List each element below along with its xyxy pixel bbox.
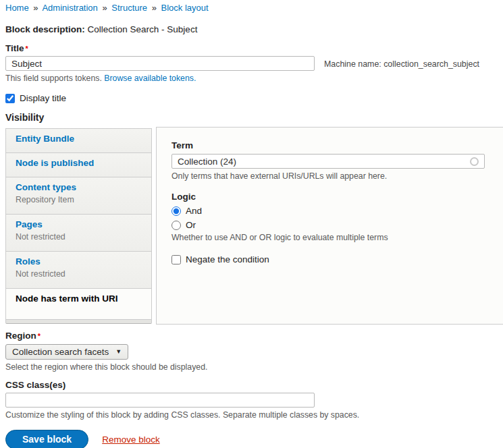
region-select[interactable]: Collection search facets ▼ xyxy=(5,344,128,360)
chevron-down-icon: ▼ xyxy=(115,345,122,359)
block-description: Block description: Collection Search - S… xyxy=(5,24,503,35)
region-field-item: Region* Collection search facets ▼ Selec… xyxy=(5,331,503,372)
logic-or-label[interactable]: Or xyxy=(186,220,196,230)
css-classes-description: Customize the styling of this block by a… xyxy=(5,410,503,420)
negate-condition-checkbox[interactable] xyxy=(171,255,181,264)
region-label: Region* xyxy=(5,331,503,341)
css-classes-input[interactable] xyxy=(5,393,315,408)
term-autocomplete-wrap xyxy=(171,154,485,169)
vertical-tabs-menu: Entity Bundle Node is published Content … xyxy=(5,128,152,325)
node-has-term-pane: Term Only terms that have external URIs/… xyxy=(156,127,503,325)
negate-condition-label[interactable]: Negate the condition xyxy=(186,254,269,264)
display-title-label[interactable]: Display title xyxy=(20,93,66,103)
vtab-summary: Repository Item xyxy=(16,195,144,205)
logic-label: Logic xyxy=(171,192,196,202)
vtab-summary: Not restricted xyxy=(16,232,144,242)
logic-option-and: And xyxy=(171,206,494,216)
region-description: Select the region where this block shoul… xyxy=(5,362,503,372)
vtab-content-types[interactable]: Content types Repository Item xyxy=(5,177,152,214)
vtab-node-has-term-with-uri[interactable]: Node has term with URI xyxy=(5,288,152,319)
breadcrumb-link-block-layout[interactable]: Block layout xyxy=(161,3,209,13)
block-description-value: Collection Search - Subject xyxy=(88,24,198,34)
breadcrumb-separator: » xyxy=(102,3,107,13)
visibility-heading: Visibility xyxy=(5,112,503,123)
browse-tokens-link[interactable]: Browse available tokens. xyxy=(104,74,196,83)
css-classes-label: CSS class(es) xyxy=(5,380,503,391)
breadcrumb-link-structure[interactable]: Structure xyxy=(111,3,147,13)
breadcrumb-link-home[interactable]: Home xyxy=(5,3,29,13)
vtab-summary: Not restricted xyxy=(16,269,144,279)
breadcrumb: Home » Administration » Structure » Bloc… xyxy=(5,3,503,13)
title-label: Title* xyxy=(5,43,315,54)
title-field-item: Title* This field supports tokens. Brows… xyxy=(5,43,503,84)
remove-block-link[interactable]: Remove block xyxy=(102,435,160,445)
vtab-clipped[interactable] xyxy=(5,319,152,324)
term-input[interactable] xyxy=(171,154,485,169)
required-asterisk: * xyxy=(38,332,41,340)
term-label: Term xyxy=(171,140,193,150)
autocomplete-throbber-icon xyxy=(470,157,479,166)
visibility-vertical-tabs: Entity Bundle Node is published Content … xyxy=(5,127,503,325)
title-description: This field supports tokens. Browse avail… xyxy=(5,74,315,84)
display-title-checkbox[interactable] xyxy=(5,94,15,103)
block-description-label: Block description: xyxy=(5,24,85,34)
logic-option-or: Or xyxy=(171,220,494,230)
vtab-entity-bundle[interactable]: Entity Bundle xyxy=(5,128,152,152)
negate-condition-item: Negate the condition xyxy=(171,254,494,264)
logic-and-label[interactable]: And xyxy=(186,206,202,216)
block-configure-page: Home » Administration » Structure » Bloc… xyxy=(0,0,503,448)
breadcrumb-separator: » xyxy=(33,3,38,13)
region-select-value: Collection search facets xyxy=(12,345,109,359)
term-description: Only terms that have external URIs/URLs … xyxy=(171,171,494,181)
logic-or-radio[interactable] xyxy=(171,221,181,230)
css-classes-field-item: CSS class(es) Customize the styling of t… xyxy=(5,380,503,420)
title-field-inner: Title* This field supports tokens. Brows… xyxy=(5,43,315,84)
machine-name: Machine name: collection_search_subject xyxy=(324,59,479,69)
logic-field-item: Logic And Or Whether to use AND or OR lo… xyxy=(171,192,494,243)
term-field-item: Term Only terms that have external URIs/… xyxy=(171,140,494,181)
vtab-node-is-published[interactable]: Node is published xyxy=(5,152,152,177)
logic-description: Whether to use AND or OR logic to evalua… xyxy=(171,233,494,243)
breadcrumb-separator: » xyxy=(152,3,157,13)
logic-and-radio[interactable] xyxy=(171,206,181,216)
title-input[interactable] xyxy=(5,56,315,71)
form-actions: Save block Remove block xyxy=(5,430,503,448)
breadcrumb-link-administration[interactable]: Administration xyxy=(42,3,97,13)
vtab-pages[interactable]: Pages Not restricted xyxy=(5,214,152,251)
vtab-roles[interactable]: Roles Not restricted xyxy=(5,251,152,288)
save-block-button[interactable]: Save block xyxy=(5,430,88,448)
required-asterisk: * xyxy=(26,45,28,53)
display-title-item: Display title xyxy=(5,93,503,103)
